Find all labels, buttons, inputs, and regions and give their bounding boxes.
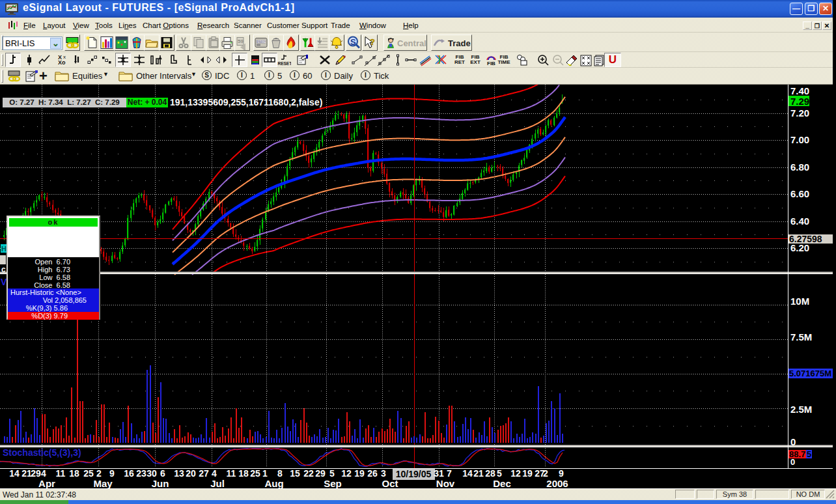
svg-text:28: 28 — [485, 468, 495, 479]
svg-text:0: 0 — [790, 436, 796, 447]
svg-text:12: 12 — [510, 468, 521, 479]
svg-text:31: 31 — [434, 468, 444, 479]
svg-text:20: 20 — [186, 468, 196, 479]
svg-text:5: 5 — [807, 449, 811, 459]
svg-text:11: 11 — [56, 468, 66, 479]
svg-text:29: 29 — [315, 468, 326, 479]
svg-text:0: 0 — [790, 457, 795, 467]
svg-text:14: 14 — [9, 468, 20, 479]
svg-text:2.5M: 2.5M — [790, 404, 812, 415]
svg-text:2006: 2006 — [546, 478, 568, 488]
svg-text:2: 2 — [543, 468, 548, 479]
svg-text:25: 25 — [250, 468, 260, 479]
svg-text:8: 8 — [277, 468, 283, 479]
svg-text:Oct: Oct — [382, 478, 398, 488]
svg-text:4: 4 — [41, 468, 46, 479]
svg-text:S: S — [350, 37, 356, 47]
svg-text:5: 5 — [329, 468, 335, 479]
svg-text:1: 1 — [262, 468, 268, 479]
svg-text:6.40: 6.40 — [790, 216, 809, 227]
svg-text:2: 2 — [96, 468, 102, 479]
svg-text:25: 25 — [83, 468, 94, 479]
svg-text:May: May — [93, 478, 113, 488]
svg-text:Jun: Jun — [152, 478, 169, 488]
svg-text:3: 3 — [381, 468, 386, 479]
svg-text:23: 23 — [136, 468, 146, 479]
svg-text:11: 11 — [227, 468, 236, 479]
svg-text:22: 22 — [303, 468, 314, 479]
svg-text:?: ? — [370, 37, 375, 47]
svg-text:Apr: Apr — [38, 478, 55, 488]
svg-text:STRE: STRE — [257, 40, 266, 44]
svg-text:5.071675M: 5.071675M — [789, 369, 831, 378]
svg-text:H: H — [1, 245, 7, 253]
svg-text:27: 27 — [199, 468, 209, 479]
svg-text:Aug: Aug — [264, 478, 283, 488]
svg-text:18: 18 — [238, 468, 249, 479]
svg-text:7.00: 7.00 — [790, 134, 809, 145]
svg-text:15: 15 — [290, 468, 300, 479]
svg-text:Nov: Nov — [436, 478, 455, 488]
svg-text:7.20: 7.20 — [790, 107, 809, 119]
svg-text:6: 6 — [160, 468, 165, 479]
svg-text:21: 21 — [473, 468, 484, 479]
svg-text:14: 14 — [462, 468, 473, 479]
svg-text:7: 7 — [447, 468, 452, 479]
svg-text:9: 9 — [109, 468, 115, 479]
svg-text:7.5M: 7.5M — [790, 331, 812, 343]
svg-text:Dec: Dec — [493, 478, 511, 488]
svg-text:Stochastic(5,(3),3): Stochastic(5,(3),3) — [3, 447, 81, 458]
svg-text:29: 29 — [31, 468, 41, 479]
svg-text:16: 16 — [124, 468, 134, 479]
svg-text:RESET: RESET — [278, 61, 292, 66]
svg-text:59: 59 — [238, 38, 244, 44]
svg-text:30: 30 — [146, 468, 157, 479]
svg-text:6.80: 6.80 — [790, 161, 809, 173]
svg-text:Jul: Jul — [210, 478, 225, 488]
svg-text:7.29: 7.29 — [790, 96, 809, 107]
svg-text:4: 4 — [212, 468, 217, 479]
svg-text:10/19/05: 10/19/05 — [396, 469, 432, 479]
svg-text:18: 18 — [69, 468, 79, 479]
svg-text:10M: 10M — [790, 296, 809, 307]
svg-text:c: c — [1, 265, 6, 274]
svg-text:6.27598: 6.27598 — [789, 234, 822, 244]
svg-text:13: 13 — [174, 468, 184, 479]
svg-text:Sep: Sep — [324, 478, 342, 488]
svg-text:5: 5 — [497, 468, 502, 479]
svg-text:Xo: Xo — [58, 59, 66, 66]
svg-text:19: 19 — [522, 468, 533, 479]
svg-text:19: 19 — [354, 468, 365, 479]
svg-text:7.40: 7.40 — [790, 85, 809, 96]
svg-text:9: 9 — [559, 468, 564, 479]
svg-text:12: 12 — [341, 468, 352, 479]
svg-text:26: 26 — [367, 468, 378, 479]
svg-text:6.60: 6.60 — [790, 188, 809, 199]
